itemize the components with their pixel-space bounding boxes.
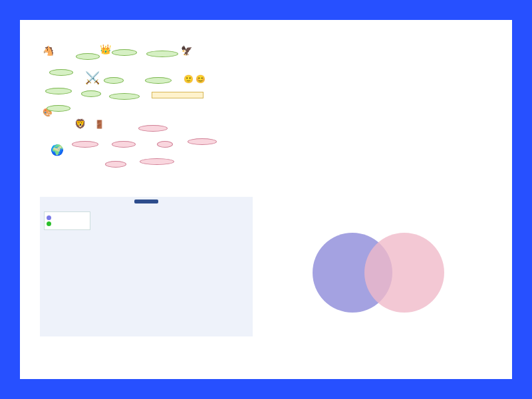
node-reason xyxy=(188,138,217,145)
panel-xmatrix xyxy=(40,197,253,336)
venn-circle-right xyxy=(364,233,444,313)
panel-feature-table xyxy=(279,44,492,184)
node-escape xyxy=(49,69,73,76)
node-themes xyxy=(81,90,101,97)
node-time xyxy=(105,161,126,168)
node-without-enemies xyxy=(112,49,137,56)
center-topic xyxy=(152,92,203,98)
node-fun xyxy=(47,105,70,112)
legend-dot-low xyxy=(47,221,51,226)
xmatrix-title xyxy=(134,200,158,203)
knight-icon: 🐴 xyxy=(43,45,54,56)
node-children-main xyxy=(146,51,178,57)
node-goals xyxy=(140,158,174,165)
lion-icon: 🦁 xyxy=(74,118,86,129)
node-compare xyxy=(109,93,140,100)
node-diff-countries xyxy=(72,141,98,148)
legend-dot-high xyxy=(47,215,51,220)
face1-icon: 🙂 xyxy=(184,74,194,84)
crown-icon: 👑 xyxy=(100,44,111,55)
page: 🐴 👑 🦅 ⚔️ 🙂 😊 🎨 🦁 🚪 🌍 xyxy=(20,20,512,379)
chart-grid: 🐴 👑 🦅 ⚔️ 🙂 😊 🎨 🦁 🚪 🌍 xyxy=(40,44,492,336)
node-images xyxy=(104,77,124,84)
node-locations xyxy=(112,141,136,148)
wardrobe-icon: 🚪 xyxy=(94,120,104,129)
sword-icon: ⚔️ xyxy=(85,70,100,85)
bird-icon: 🦅 xyxy=(181,45,192,56)
panel-mindmap: 🐴 👑 🦅 ⚔️ 🙂 😊 🎨 🦁 🚪 🌍 xyxy=(40,44,253,184)
panel-venn xyxy=(279,197,492,336)
node-contrast xyxy=(138,125,168,132)
face2-icon: 😊 xyxy=(196,74,205,84)
node-child-imagination xyxy=(45,88,72,94)
node-characters xyxy=(145,77,172,84)
globe-icon: 🌍 xyxy=(51,144,64,156)
xmatrix-grid xyxy=(93,218,249,327)
node-plot xyxy=(157,141,173,148)
xmatrix-legend xyxy=(44,211,90,230)
node-fantasy-world xyxy=(76,53,100,60)
